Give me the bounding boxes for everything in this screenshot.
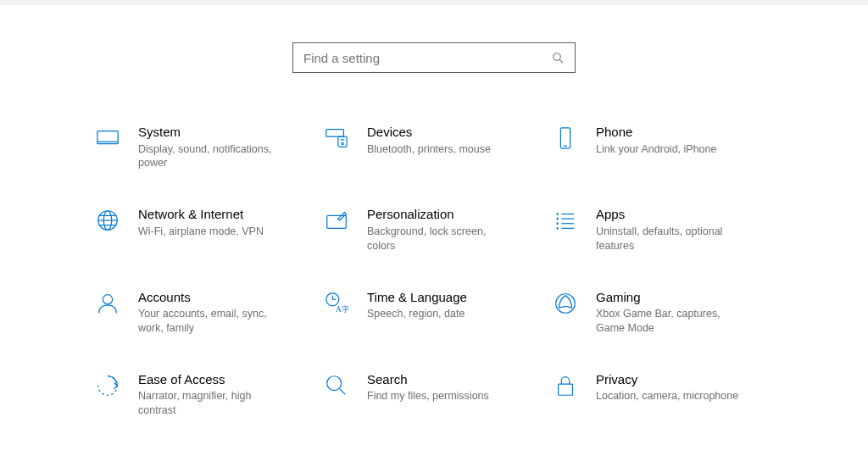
tile-title: Privacy [596,371,738,388]
tile-sub: Link your Android, iPhone [596,141,716,157]
ease-of-access-icon [91,371,125,398]
tile-sub: Location, camera, microphone [596,387,738,403]
tile-sub: Display, sound, notifications, power [138,141,286,171]
time-language-icon: A字 [320,289,353,316]
search-box[interactable] [292,42,576,73]
svg-rect-34 [559,384,573,395]
tile-title: System [138,124,286,141]
tile-title: Ease of Access [138,371,286,388]
tile-search[interactable]: Search Find my files, permissions [320,371,548,418]
search-icon [551,51,565,64]
phone-icon [548,124,582,151]
tile-devices[interactable]: Devices Bluetooth, printers, mouse [320,124,548,170]
tile-ease-of-access[interactable]: Ease of Access Narrator, magnifier, high… [91,371,320,418]
tile-title: Apps [596,206,743,223]
tile-accounts[interactable]: Accounts Your accounts, email, sync, wor… [91,289,320,336]
svg-point-32 [327,376,342,391]
tile-network[interactable]: Network & Internet Wi-Fi, airplane mode,… [91,206,320,253]
globe-icon [91,206,125,233]
tile-privacy[interactable]: Privacy Location, camera, microphone [548,371,777,418]
tile-title: Search [367,371,489,388]
privacy-icon [548,371,582,398]
svg-line-33 [340,389,346,395]
svg-rect-7 [338,136,347,147]
search-input[interactable] [303,51,551,65]
accounts-icon [91,289,125,316]
system-icon [91,124,125,151]
tile-gaming[interactable]: Gaming Xbox Game Bar, captures, Game Mod… [548,289,777,336]
tile-sub: Uninstall, defaults, optional features [596,223,743,253]
tile-title: Time & Language [367,289,467,306]
svg-point-31 [556,293,576,313]
apps-icon [548,206,582,233]
svg-point-26 [103,294,112,303]
tile-title: Personalization [367,206,515,223]
tile-sub: Xbox Game Bar, captures, Game Mode [596,305,743,336]
tile-sub: Bluetooth, printers, mouse [367,141,491,157]
tile-phone[interactable]: Phone Link your Android, iPhone [548,124,777,170]
tile-sub: Your accounts, email, sync, work, family [138,305,286,336]
search-category-icon [320,371,353,398]
tile-personalization[interactable]: Personalization Background, lock screen,… [320,206,548,253]
tile-title: Accounts [138,289,286,306]
svg-rect-10 [560,128,570,148]
tile-title: Network & Internet [138,206,264,223]
tile-sub: Wi-Fi, airplane mode, VPN [138,223,264,239]
tile-sub: Find my files, permissions [367,387,489,403]
tile-sub: Speech, region, date [367,305,467,321]
svg-rect-4 [326,130,344,136]
tile-apps[interactable]: Apps Uninstall, defaults, optional featu… [548,206,777,253]
svg-point-8 [342,142,343,144]
svg-text:A字: A字 [336,305,349,314]
tile-title: Phone [596,124,716,141]
tile-title: Gaming [596,289,743,306]
svg-line-1 [559,59,563,63]
svg-point-0 [554,53,561,61]
gaming-icon [548,289,582,316]
settings-grid: System Display, sound, notifications, po… [0,124,868,418]
tile-sub: Narrator, magnifier, high contrast [138,387,286,418]
search-container [0,5,868,124]
tile-title: Devices [367,124,491,141]
personalization-icon [320,206,353,233]
tile-sub: Background, lock screen, colors [367,223,515,253]
devices-icon [320,124,353,151]
tile-system[interactable]: System Display, sound, notifications, po… [91,124,320,170]
tile-time-language[interactable]: A字 Time & Language Speech, region, date [320,289,548,336]
